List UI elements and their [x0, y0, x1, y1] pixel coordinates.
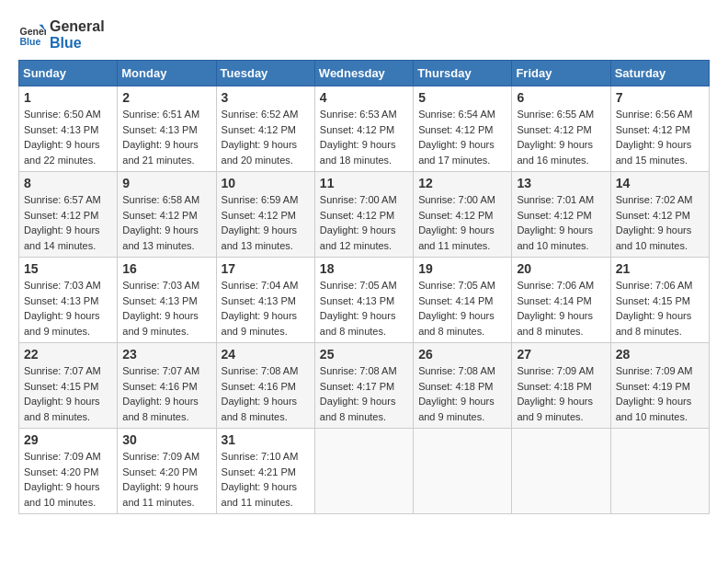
day-info: Sunrise: 7:06 AM Sunset: 4:14 PM Dayligh… — [517, 278, 605, 339]
day-number: 27 — [517, 347, 605, 362]
calendar-cell: 10 Sunrise: 6:59 AM Sunset: 4:12 PM Dayl… — [216, 172, 314, 258]
day-info: Sunrise: 7:05 AM Sunset: 4:14 PM Dayligh… — [418, 278, 506, 339]
day-number: 20 — [517, 261, 605, 276]
logo-line1: General — [50, 18, 105, 35]
day-number: 8 — [24, 176, 112, 190]
day-info: Sunrise: 7:03 AM Sunset: 4:13 PM Dayligh… — [24, 278, 112, 339]
calendar-cell — [414, 429, 512, 514]
day-number: 17 — [222, 261, 310, 276]
calendar-cell: 14 Sunrise: 7:02 AM Sunset: 4:12 PM Dayl… — [610, 172, 709, 258]
day-info: Sunrise: 7:06 AM Sunset: 4:15 PM Dayligh… — [616, 278, 704, 339]
calendar-week-row: 8 Sunrise: 6:57 AM Sunset: 4:12 PM Dayli… — [19, 172, 710, 258]
header-saturday: Saturday — [610, 61, 709, 86]
header-friday: Friday — [512, 61, 610, 86]
day-info: Sunrise: 7:02 AM Sunset: 4:12 PM Dayligh… — [616, 192, 704, 253]
calendar-table: SundayMondayTuesdayWednesdayThursdayFrid… — [18, 60, 710, 514]
logo-icon: General Blue — [18, 21, 46, 49]
calendar-cell: 19 Sunrise: 7:05 AM Sunset: 4:14 PM Dayl… — [414, 258, 512, 343]
day-number: 19 — [418, 261, 506, 276]
day-info: Sunrise: 6:59 AM Sunset: 4:12 PM Dayligh… — [222, 192, 310, 253]
calendar-week-row: 15 Sunrise: 7:03 AM Sunset: 4:13 PM Dayl… — [19, 258, 710, 343]
calendar-cell: 11 Sunrise: 7:00 AM Sunset: 4:12 PM Dayl… — [314, 172, 413, 258]
header-wednesday: Wednesday — [314, 61, 413, 86]
header-thursday: Thursday — [414, 61, 512, 86]
calendar-cell: 25 Sunrise: 7:08 AM Sunset: 4:17 PM Dayl… — [314, 343, 413, 429]
day-info: Sunrise: 7:00 AM Sunset: 4:12 PM Dayligh… — [320, 192, 408, 253]
day-info: Sunrise: 7:08 AM Sunset: 4:18 PM Dayligh… — [418, 363, 506, 424]
day-info: Sunrise: 7:09 AM Sunset: 4:18 PM Dayligh… — [517, 363, 605, 424]
day-number: 9 — [122, 176, 210, 190]
calendar-cell: 26 Sunrise: 7:08 AM Sunset: 4:18 PM Dayl… — [414, 343, 512, 429]
day-number: 30 — [122, 432, 210, 447]
day-number: 24 — [222, 347, 310, 362]
calendar-week-row: 29 Sunrise: 7:09 AM Sunset: 4:20 PM Dayl… — [19, 429, 710, 514]
day-number: 5 — [418, 90, 506, 105]
calendar-cell: 16 Sunrise: 7:03 AM Sunset: 4:13 PM Dayl… — [118, 258, 216, 343]
logo-line2: Blue — [50, 35, 105, 52]
page-header: General Blue General Blue — [18, 18, 710, 51]
day-number: 14 — [616, 176, 704, 190]
day-info: Sunrise: 7:04 AM Sunset: 4:13 PM Dayligh… — [222, 278, 310, 339]
day-number: 2 — [122, 90, 210, 105]
day-number: 18 — [320, 261, 408, 276]
logo: General Blue General Blue — [18, 18, 105, 51]
day-number: 22 — [24, 347, 112, 362]
calendar-cell: 28 Sunrise: 7:09 AM Sunset: 4:19 PM Dayl… — [610, 343, 709, 429]
day-number: 6 — [517, 90, 605, 105]
calendar-cell: 1 Sunrise: 6:50 AM Sunset: 4:13 PM Dayli… — [19, 86, 118, 172]
calendar-cell: 15 Sunrise: 7:03 AM Sunset: 4:13 PM Dayl… — [19, 258, 118, 343]
day-info: Sunrise: 6:52 AM Sunset: 4:12 PM Dayligh… — [222, 107, 310, 167]
calendar-cell: 13 Sunrise: 7:01 AM Sunset: 4:12 PM Dayl… — [512, 172, 610, 258]
day-info: Sunrise: 6:53 AM Sunset: 4:12 PM Dayligh… — [320, 107, 408, 167]
calendar-cell: 6 Sunrise: 6:55 AM Sunset: 4:12 PM Dayli… — [512, 86, 610, 172]
day-info: Sunrise: 7:10 AM Sunset: 4:21 PM Dayligh… — [222, 449, 310, 510]
calendar-week-row: 1 Sunrise: 6:50 AM Sunset: 4:13 PM Dayli… — [19, 86, 710, 172]
day-number: 3 — [222, 90, 310, 105]
day-info: Sunrise: 7:08 AM Sunset: 4:16 PM Dayligh… — [222, 363, 310, 424]
calendar-cell: 8 Sunrise: 6:57 AM Sunset: 4:12 PM Dayli… — [19, 172, 118, 258]
calendar-cell: 23 Sunrise: 7:07 AM Sunset: 4:16 PM Dayl… — [118, 343, 216, 429]
calendar-header-row: SundayMondayTuesdayWednesdayThursdayFrid… — [19, 61, 710, 86]
day-number: 25 — [320, 347, 408, 362]
calendar-cell: 20 Sunrise: 7:06 AM Sunset: 4:14 PM Dayl… — [512, 258, 610, 343]
calendar-cell — [610, 429, 709, 514]
calendar-cell: 12 Sunrise: 7:00 AM Sunset: 4:12 PM Dayl… — [414, 172, 512, 258]
calendar-cell: 24 Sunrise: 7:08 AM Sunset: 4:16 PM Dayl… — [216, 343, 314, 429]
day-info: Sunrise: 7:09 AM Sunset: 4:20 PM Dayligh… — [24, 449, 112, 510]
day-info: Sunrise: 6:51 AM Sunset: 4:13 PM Dayligh… — [122, 107, 210, 167]
day-number: 1 — [24, 90, 112, 105]
day-info: Sunrise: 7:09 AM Sunset: 4:20 PM Dayligh… — [122, 449, 210, 510]
day-info: Sunrise: 7:05 AM Sunset: 4:13 PM Dayligh… — [320, 278, 408, 339]
header-sunday: Sunday — [19, 61, 118, 86]
day-number: 31 — [222, 432, 310, 447]
calendar-cell — [512, 429, 610, 514]
day-info: Sunrise: 6:56 AM Sunset: 4:12 PM Dayligh… — [616, 107, 704, 167]
day-info: Sunrise: 6:50 AM Sunset: 4:13 PM Dayligh… — [24, 107, 112, 167]
day-number: 13 — [517, 176, 605, 190]
day-number: 28 — [616, 347, 704, 362]
day-info: Sunrise: 6:57 AM Sunset: 4:12 PM Dayligh… — [24, 192, 112, 253]
calendar-cell: 17 Sunrise: 7:04 AM Sunset: 4:13 PM Dayl… — [216, 258, 314, 343]
day-info: Sunrise: 6:58 AM Sunset: 4:12 PM Dayligh… — [122, 192, 210, 253]
header-tuesday: Tuesday — [216, 61, 314, 86]
day-number: 11 — [320, 176, 408, 190]
day-number: 29 — [24, 432, 112, 447]
day-info: Sunrise: 7:00 AM Sunset: 4:12 PM Dayligh… — [418, 192, 506, 253]
day-info: Sunrise: 7:07 AM Sunset: 4:15 PM Dayligh… — [24, 363, 112, 424]
calendar-cell — [314, 429, 413, 514]
day-number: 15 — [24, 261, 112, 276]
calendar-cell: 27 Sunrise: 7:09 AM Sunset: 4:18 PM Dayl… — [512, 343, 610, 429]
day-number: 10 — [222, 176, 310, 190]
day-info: Sunrise: 7:07 AM Sunset: 4:16 PM Dayligh… — [122, 363, 210, 424]
calendar-cell: 18 Sunrise: 7:05 AM Sunset: 4:13 PM Dayl… — [314, 258, 413, 343]
header-monday: Monday — [118, 61, 216, 86]
calendar-cell: 4 Sunrise: 6:53 AM Sunset: 4:12 PM Dayli… — [314, 86, 413, 172]
day-info: Sunrise: 7:09 AM Sunset: 4:19 PM Dayligh… — [616, 363, 704, 424]
day-number: 16 — [122, 261, 210, 276]
day-info: Sunrise: 6:54 AM Sunset: 4:12 PM Dayligh… — [418, 107, 506, 167]
day-number: 12 — [418, 176, 506, 190]
day-number: 4 — [320, 90, 408, 105]
day-number: 26 — [418, 347, 506, 362]
calendar-cell: 9 Sunrise: 6:58 AM Sunset: 4:12 PM Dayli… — [118, 172, 216, 258]
svg-text:Blue: Blue — [20, 35, 41, 46]
